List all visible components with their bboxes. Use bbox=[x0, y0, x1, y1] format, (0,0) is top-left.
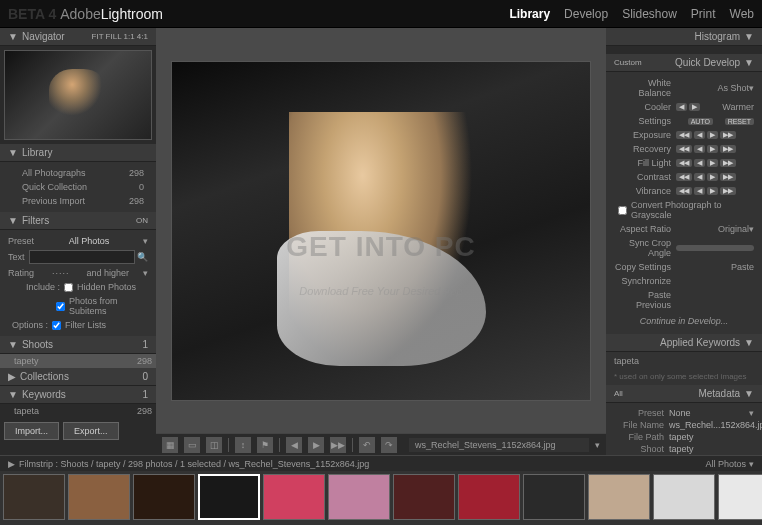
search-icon[interactable]: 🔍 bbox=[137, 252, 148, 262]
import-button[interactable]: Import... bbox=[4, 422, 59, 440]
export-button[interactable]: Export... bbox=[63, 422, 119, 440]
filmstrip-thumbnail[interactable] bbox=[68, 474, 130, 520]
chevron-down-icon[interactable]: ▾ bbox=[749, 224, 754, 234]
grayscale-checkbox[interactable] bbox=[618, 206, 627, 215]
paste-button[interactable]: Paste bbox=[731, 262, 754, 272]
module-web[interactable]: Web bbox=[730, 7, 754, 21]
filmstrip-thumbnail[interactable] bbox=[458, 474, 520, 520]
library-item[interactable]: Previous Import298 bbox=[8, 194, 148, 208]
play-icon[interactable]: ▶ bbox=[308, 437, 324, 453]
wb-minus[interactable]: ◀ bbox=[676, 103, 687, 111]
compare-view-icon[interactable]: ◫ bbox=[206, 437, 222, 453]
chevron-down-icon[interactable]: ▾ bbox=[749, 459, 754, 469]
disclosure-icon[interactable]: ▶ bbox=[8, 459, 15, 469]
rotate-left-icon[interactable]: ↶ bbox=[359, 437, 375, 453]
filters-header[interactable]: ▼ Filters ON bbox=[0, 212, 156, 230]
library-header[interactable]: ▼ Library bbox=[0, 144, 156, 162]
vibrance-minus1[interactable]: ◀ bbox=[694, 187, 705, 195]
filmstrip-thumbnail[interactable] bbox=[523, 474, 585, 520]
grid-view-icon[interactable]: ▦ bbox=[162, 437, 178, 453]
wb-plus[interactable]: ▶ bbox=[689, 103, 700, 111]
filter-text-input[interactable] bbox=[29, 250, 135, 264]
shoot-item[interactable]: tapety 298 bbox=[0, 354, 156, 368]
exposure-minus1[interactable]: ◀ bbox=[694, 131, 705, 139]
vibrance-plus1[interactable]: ▶ bbox=[707, 187, 718, 195]
module-develop[interactable]: Develop bbox=[564, 7, 608, 21]
module-slideshow[interactable]: Slideshow bbox=[622, 7, 677, 21]
filmstrip-thumbnail[interactable] bbox=[328, 474, 390, 520]
contrast-minus[interactable]: ◀◀ bbox=[676, 173, 692, 181]
keyword-item[interactable]: tapeta 298 bbox=[0, 404, 156, 418]
auto-button[interactable]: AUTO bbox=[688, 118, 713, 125]
recovery-plus[interactable]: ▶▶ bbox=[720, 145, 736, 153]
contrast-plus[interactable]: ▶▶ bbox=[720, 173, 736, 181]
filmstrip-thumbnail[interactable] bbox=[588, 474, 650, 520]
module-print[interactable]: Print bbox=[691, 7, 716, 21]
fill-plus[interactable]: ▶▶ bbox=[720, 159, 736, 167]
rating-suffix[interactable]: and higher bbox=[87, 268, 130, 278]
toolbar-chevron-icon[interactable]: ▾ bbox=[595, 440, 600, 450]
hidden-photos-checkbox[interactable] bbox=[64, 283, 73, 292]
keywords-header[interactable]: ▼ Keywords 1 bbox=[0, 386, 156, 404]
histogram-header[interactable]: Histogram ▼ bbox=[606, 28, 762, 46]
rotate-right-icon[interactable]: ↷ bbox=[381, 437, 397, 453]
quick-develop-header[interactable]: Custom Quick Develop ▼ bbox=[606, 54, 762, 72]
filmstrip-thumbnail[interactable] bbox=[198, 474, 260, 520]
fill-minus1[interactable]: ◀ bbox=[694, 159, 705, 167]
collections-header[interactable]: ▶ Collections 0 bbox=[0, 368, 156, 386]
filmstrip-thumbnail[interactable] bbox=[653, 474, 715, 520]
filmstrip-thumbnail[interactable] bbox=[3, 474, 65, 520]
continue-develop-link[interactable]: Continue in Develop... bbox=[614, 312, 754, 330]
crop-slider[interactable] bbox=[676, 245, 754, 251]
loupe-view-icon[interactable]: ▭ bbox=[184, 437, 200, 453]
filmstrip-thumbnail[interactable] bbox=[263, 474, 325, 520]
filmstrip-filter[interactable]: All Photos bbox=[705, 459, 746, 469]
photos-subitems-checkbox[interactable] bbox=[56, 302, 65, 311]
main-image-preview[interactable]: GET INTO PC Download Free Your Desired A… bbox=[171, 61, 591, 401]
meta-preset-value[interactable]: None bbox=[669, 408, 749, 418]
fill-plus1[interactable]: ▶ bbox=[707, 159, 718, 167]
metadata-header[interactable]: All Metadata ▼ bbox=[606, 385, 762, 403]
recovery-minus[interactable]: ◀◀ bbox=[676, 145, 692, 153]
chevron-down-icon[interactable]: ▾ bbox=[749, 408, 754, 418]
rating-stars[interactable]: ····· bbox=[52, 268, 69, 278]
chevron-down-icon[interactable]: ▾ bbox=[749, 83, 754, 93]
sync-label[interactable]: Synchronize bbox=[614, 276, 676, 286]
exposure-plus1[interactable]: ▶ bbox=[707, 131, 718, 139]
chevron-down-icon[interactable]: ▾ bbox=[143, 268, 148, 278]
exposure-minus[interactable]: ◀◀ bbox=[676, 131, 692, 139]
vibrance-minus[interactable]: ◀◀ bbox=[676, 187, 692, 195]
shoots-header[interactable]: ▼ Shoots 1 bbox=[0, 336, 156, 354]
sort-icon[interactable]: ↕ bbox=[235, 437, 251, 453]
contrast-minus1[interactable]: ◀ bbox=[694, 173, 705, 181]
navigator-header[interactable]: ▼ Navigator FIT FILL 1:1 4:1 bbox=[0, 28, 156, 46]
recovery-plus1[interactable]: ▶ bbox=[707, 145, 718, 153]
filter-preset-value[interactable]: All Photos bbox=[69, 236, 110, 246]
filter-lists-checkbox[interactable] bbox=[52, 321, 61, 330]
paste-prev-label[interactable]: Paste Previous bbox=[614, 290, 676, 310]
filmstrip-thumbnail[interactable] bbox=[133, 474, 195, 520]
exposure-plus[interactable]: ▶▶ bbox=[720, 131, 736, 139]
fill-minus[interactable]: ◀◀ bbox=[676, 159, 692, 167]
wb-value[interactable]: As Shot bbox=[717, 83, 749, 93]
aspect-value[interactable]: Original bbox=[718, 224, 749, 234]
prev-icon[interactable]: ◀ bbox=[286, 437, 302, 453]
qd-custom[interactable]: Custom bbox=[614, 58, 642, 67]
navigator-opts[interactable]: FIT FILL 1:1 4:1 bbox=[92, 32, 148, 41]
filmstrip-thumbnail[interactable] bbox=[393, 474, 455, 520]
recovery-minus1[interactable]: ◀ bbox=[694, 145, 705, 153]
pick-flag-icon[interactable]: ⚑ bbox=[257, 437, 273, 453]
navigator-thumbnail[interactable] bbox=[4, 50, 152, 140]
filmstrip-thumbnail[interactable] bbox=[718, 474, 762, 520]
metadata-all[interactable]: All bbox=[614, 389, 623, 398]
copy-settings-label[interactable]: Copy Settings bbox=[614, 262, 676, 272]
reset-button[interactable]: RESET bbox=[725, 118, 754, 125]
next-icon[interactable]: ▶▶ bbox=[330, 437, 346, 453]
applied-kw-value[interactable]: tapeta bbox=[614, 356, 754, 366]
library-item[interactable]: All Photographs298 bbox=[8, 166, 148, 180]
chevron-down-icon[interactable]: ▾ bbox=[143, 236, 148, 246]
module-library[interactable]: Library bbox=[509, 7, 550, 21]
contrast-plus1[interactable]: ▶ bbox=[707, 173, 718, 181]
library-item[interactable]: Quick Collection0 bbox=[8, 180, 148, 194]
vibrance-plus[interactable]: ▶▶ bbox=[720, 187, 736, 195]
